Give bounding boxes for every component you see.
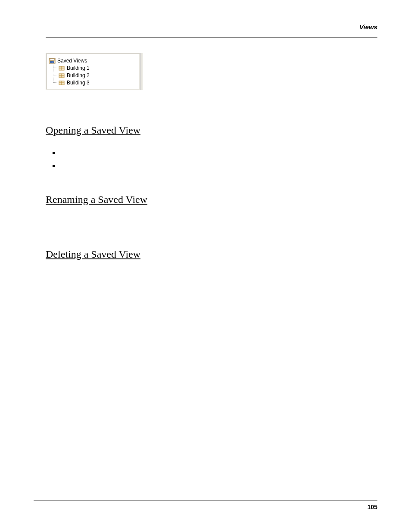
section-renaming: Renaming a Saved View bbox=[46, 194, 377, 205]
page: Views Saved Views Building 1 Building 2 bbox=[0, 0, 411, 532]
section-title: Opening a Saved View bbox=[46, 124, 377, 136]
header-section-label: Views bbox=[359, 23, 377, 31]
tree-item-label: Building 2 bbox=[67, 72, 90, 78]
saved-views-tree: Saved Views Building 1 Building 2 Buildi… bbox=[46, 53, 140, 90]
list-item bbox=[60, 150, 377, 156]
tree-item[interactable]: Building 1 bbox=[58, 64, 137, 72]
tree-root-label: Saved Views bbox=[57, 58, 87, 64]
section-title: Renaming a Saved View bbox=[46, 194, 377, 205]
bulleted-list bbox=[60, 150, 377, 169]
page-header: Views bbox=[46, 26, 377, 34]
tree-item[interactable]: Building 3 bbox=[58, 79, 137, 86]
box-icon bbox=[58, 72, 65, 78]
footer-rule bbox=[34, 501, 377, 501]
box-icon bbox=[58, 65, 65, 71]
tree-item[interactable]: Building 2 bbox=[58, 72, 137, 79]
section-title: Deleting a Saved View bbox=[46, 249, 377, 260]
page-number: 105 bbox=[34, 504, 377, 510]
page-footer: 105 bbox=[34, 501, 377, 510]
tree-item-label: Building 1 bbox=[67, 65, 90, 71]
tree-root[interactable]: Saved Views bbox=[49, 57, 137, 64]
svg-rect-1 bbox=[50, 59, 54, 60]
tree-item-label: Building 3 bbox=[67, 80, 90, 86]
section-deleting: Deleting a Saved View bbox=[46, 249, 377, 260]
disk-icon bbox=[49, 58, 56, 64]
header-rule bbox=[46, 37, 377, 37]
list-item bbox=[60, 163, 377, 169]
box-icon bbox=[58, 80, 65, 86]
section-opening: Opening a Saved View bbox=[46, 124, 377, 169]
